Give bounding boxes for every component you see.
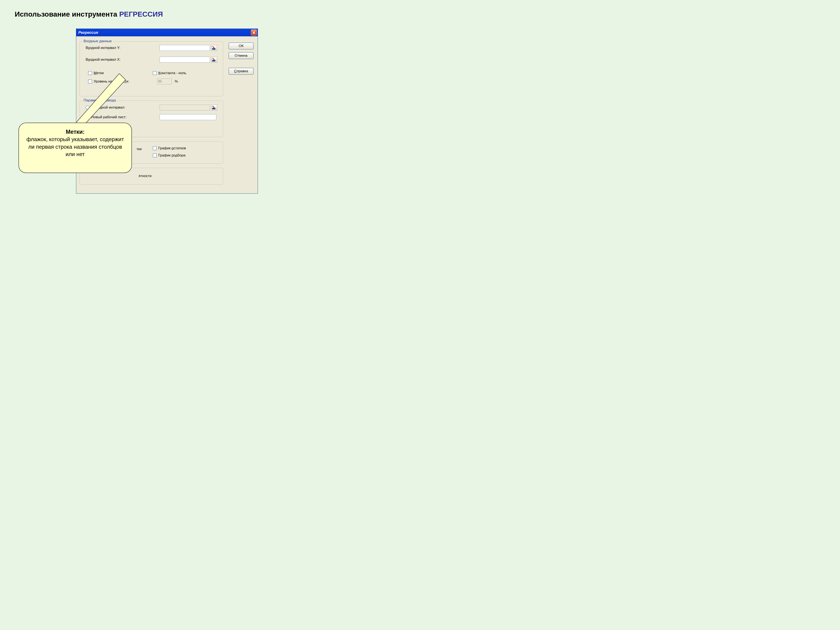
slide-title-text: Использование инструмента	[15, 10, 119, 18]
range-select-output-icon[interactable]	[211, 104, 217, 111]
input-y-field[interactable]	[159, 45, 210, 51]
callout-balloon: Метки: флажок, который указывает, содерж…	[19, 123, 132, 173]
residuals-partial-text: тки	[136, 147, 142, 151]
callout-text: флажок, который указывает, содержит ли п…	[27, 136, 124, 157]
slide-title-accent: РЕГРЕССИЯ	[119, 10, 163, 18]
dialog-titlebar[interactable]: Регрессия	[76, 29, 258, 36]
group-input-data: Входные данные Входной интервал Y: Входн…	[80, 41, 223, 96]
output-range-field[interactable]	[159, 104, 210, 111]
confidence-label: Уровень надежности:	[94, 79, 129, 84]
slide-title: Использование инструмента РЕГРЕССИЯ	[15, 10, 163, 18]
input-y-label: Входной интервал Y:	[86, 46, 120, 50]
output-range-radio[interactable]	[86, 106, 90, 109]
group-output-legend: Параметры вывода	[82, 98, 117, 103]
new-worksheet-radio[interactable]	[86, 115, 90, 119]
callout-heading: Метки:	[66, 129, 84, 135]
svg-rect-2	[212, 108, 215, 109]
cancel-button[interactable]: Отмена	[229, 52, 253, 59]
output-range-label: Выходной интервал:	[91, 106, 125, 110]
ok-button[interactable]: ОК	[229, 43, 253, 49]
help-button[interactable]: Справка	[229, 68, 253, 74]
range-select-y-icon[interactable]	[211, 45, 217, 51]
range-select-x-icon[interactable]	[211, 57, 217, 63]
confidence-percent: %	[175, 79, 178, 84]
svg-rect-0	[212, 48, 215, 50]
residual-chart-label: График остатков	[158, 146, 186, 150]
constant-zero-label: Константа - ноль	[158, 71, 186, 75]
svg-rect-1	[212, 60, 215, 61]
new-worksheet-label: Новый рабочий лист:	[91, 115, 126, 119]
fit-chart-label: График подбора	[158, 153, 185, 158]
callout-body: Метки: флажок, который указывает, содерж…	[19, 123, 132, 173]
input-x-label: Входной интервал X:	[86, 58, 120, 62]
fit-chart-checkbox[interactable]	[153, 153, 157, 157]
confidence-checkbox[interactable]	[88, 80, 92, 84]
constant-zero-checkbox[interactable]	[153, 71, 157, 75]
residual-chart-checkbox[interactable]	[153, 146, 157, 150]
close-icon[interactable]	[251, 30, 257, 35]
labels-checkbox[interactable]	[88, 71, 92, 75]
group-input-legend: Входные данные	[82, 39, 113, 43]
labels-checkbox-label: Метки	[94, 71, 104, 75]
input-x-field[interactable]	[159, 57, 210, 63]
probability-partial-text: ятности	[139, 174, 152, 178]
help-button-label-rest: правка	[237, 69, 248, 73]
confidence-field[interactable]	[157, 79, 172, 84]
dialog-title: Регрессия	[78, 30, 98, 35]
new-worksheet-field[interactable]	[159, 114, 216, 120]
